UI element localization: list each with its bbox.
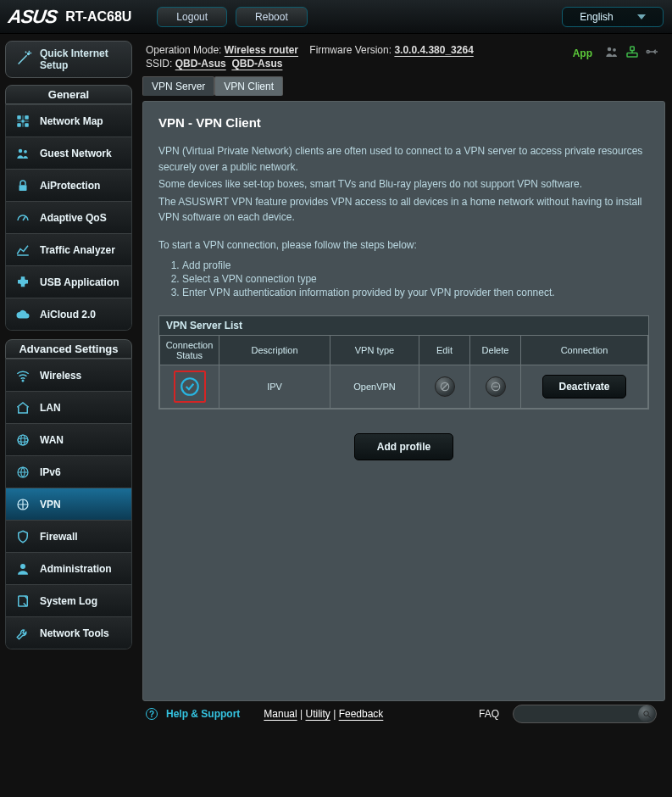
admin-icon	[14, 561, 31, 577]
nav-adaptive-qos[interactable]: Adaptive QoS	[6, 201, 131, 233]
desc-p1: VPN (Virtual Private Network) clients ar…	[158, 143, 649, 175]
section-general: General	[5, 85, 132, 104]
steps-list: Add profile Select a VPN connection type…	[182, 259, 649, 298]
chevron-down-icon	[637, 14, 646, 20]
language-dropdown[interactable]: English	[562, 7, 664, 27]
add-profile-button[interactable]: Add profile	[354, 433, 453, 460]
step-3: Enter VPN authentication information pro…	[182, 287, 649, 298]
reboot-button[interactable]: Reboot	[236, 7, 308, 27]
main-panel: VPN - VPN Client VPN (Virtual Private Ne…	[142, 101, 665, 701]
nav-aicloud[interactable]: AiCloud 2.0	[6, 298, 131, 330]
cloud-icon	[14, 307, 31, 322]
svg-line-0	[19, 55, 27, 64]
nav-administration[interactable]: Administration	[6, 552, 131, 584]
svg-point-35	[643, 711, 648, 716]
nav-guest-network[interactable]: Guest Network	[6, 137, 131, 169]
gauge-icon	[14, 210, 31, 226]
svg-point-28	[647, 51, 649, 53]
nav-ipv6[interactable]: IPv6	[6, 455, 131, 488]
wifi-icon	[14, 368, 31, 383]
feedback-link[interactable]: Feedback	[339, 708, 384, 720]
clients-icon[interactable]	[604, 44, 619, 62]
svg-rect-26	[630, 47, 635, 51]
nav-label: LAN	[40, 402, 61, 414]
quick-setup-label: Quick Internet Setup	[40, 47, 123, 71]
nav-label: AiProtection	[40, 180, 100, 192]
check-circle-icon	[179, 376, 201, 398]
wrench-icon	[14, 626, 31, 641]
brand-logo: ASUS	[7, 6, 58, 28]
nav-network-tools[interactable]: Network Tools	[6, 616, 131, 649]
svg-rect-5	[17, 115, 21, 120]
nav-label: Firewall	[40, 531, 78, 543]
nav-network-map[interactable]: Network Map	[6, 104, 131, 137]
nav-label: VPN	[40, 499, 61, 510]
lock-icon	[14, 178, 31, 193]
footer: ? Help & Support Manual | Utility | Feed…	[137, 701, 665, 727]
faq-label: FAQ	[479, 708, 499, 720]
deactivate-button[interactable]: Deactivate	[542, 375, 625, 398]
svg-point-24	[613, 48, 616, 52]
svg-rect-25	[627, 53, 637, 58]
logout-button[interactable]: Logout	[157, 7, 227, 27]
svg-point-23	[608, 47, 612, 52]
svg-point-16	[18, 435, 28, 445]
nav-aiprotection[interactable]: AiProtection	[6, 169, 131, 201]
svg-point-15	[22, 380, 24, 382]
nav-vpn[interactable]: VPN	[6, 488, 131, 520]
chart-icon	[14, 242, 31, 258]
language-label: English	[580, 11, 613, 23]
nav-wireless[interactable]: Wireless	[6, 359, 131, 391]
manual-link[interactable]: Manual	[264, 708, 297, 720]
nav-label: Network Map	[40, 115, 103, 127]
home-icon	[14, 400, 31, 415]
col-vpn-type: VPN type	[330, 335, 419, 365]
delete-button[interactable]	[486, 376, 506, 397]
app-link[interactable]: App	[573, 47, 592, 59]
col-description: Description	[219, 335, 330, 365]
steps-intro: To start a VPN connection, please follow…	[158, 239, 649, 251]
step-1: Add profile	[182, 259, 649, 271]
nav-system-log[interactable]: System Log	[6, 584, 131, 616]
ssid-label: SSID:	[146, 58, 172, 70]
page-title: VPN - VPN Client	[158, 115, 649, 130]
search-icon	[642, 710, 652, 719]
svg-line-36	[647, 715, 650, 717]
main-column: Operation Mode: Wireless router Firmware…	[137, 34, 672, 732]
svg-rect-7	[17, 123, 21, 127]
quick-setup-button[interactable]: Quick Internet Setup	[5, 41, 132, 78]
guests-icon	[14, 146, 31, 161]
opmode-value[interactable]: Wireless router	[225, 44, 298, 56]
utility-link[interactable]: Utility	[305, 708, 330, 720]
ssid-5[interactable]: QBD-Asus	[231, 58, 282, 70]
top-bar: ASUS RT-AC68U Logout Reboot English	[0, 0, 672, 34]
fw-value[interactable]: 3.0.0.4.380_3264	[394, 44, 473, 56]
search-input[interactable]	[513, 705, 657, 723]
search-button[interactable]	[638, 705, 655, 722]
edit-button[interactable]	[435, 376, 455, 397]
nav-label: IPv6	[40, 466, 61, 478]
shield-icon	[14, 529, 31, 544]
col-delete: Delete	[470, 335, 521, 365]
nav-label: Administration	[40, 563, 112, 575]
globe-icon	[14, 432, 31, 448]
svg-line-32	[442, 383, 447, 389]
nav-label: Wireless	[40, 370, 81, 382]
nav-lan[interactable]: LAN	[6, 391, 131, 423]
nav-usb-application[interactable]: USB Application	[6, 265, 131, 298]
help-support-link[interactable]: Help & Support	[166, 708, 240, 720]
puzzle-icon	[14, 275, 31, 290]
nav-label: USB Application	[40, 276, 119, 288]
link-icon[interactable]	[625, 44, 640, 62]
nav-label: WAN	[40, 434, 64, 446]
ssid-24[interactable]: QBD-Asus	[175, 58, 226, 70]
tab-vpn-client[interactable]: VPN Client	[214, 76, 283, 96]
usb-icon[interactable]	[645, 44, 660, 62]
vpn-server-table: VPN Server List Connection Status Descri…	[158, 315, 649, 410]
nav-firewall[interactable]: Firewall	[6, 520, 131, 552]
tab-vpn-server[interactable]: VPN Server	[142, 76, 214, 96]
nav-traffic-analyzer[interactable]: Traffic Analyzer	[6, 233, 131, 265]
connection-status-highlight	[174, 371, 206, 403]
nav-wan[interactable]: WAN	[6, 423, 131, 455]
nav-label: Adaptive QoS	[40, 212, 107, 224]
